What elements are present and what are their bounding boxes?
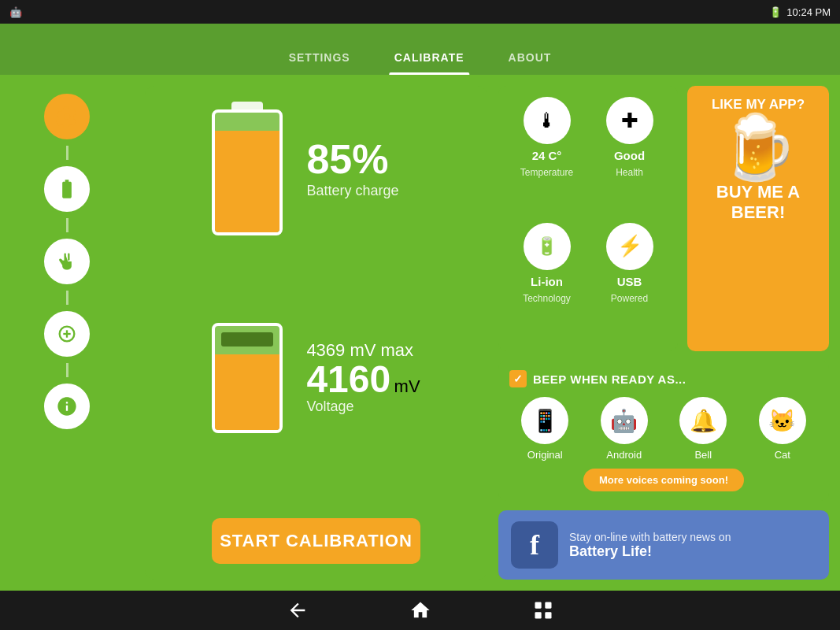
sound-android-icon: 🤖 <box>601 397 648 444</box>
facebook-icon: f <box>511 521 558 569</box>
voltage-body <box>212 323 283 433</box>
voltage-cap-inner <box>221 332 273 346</box>
sound-cat-icon: 🐱 <box>759 397 806 444</box>
home-button[interactable] <box>406 596 435 624</box>
sidebar-item-battery[interactable] <box>44 166 90 212</box>
sidebar-divider-3 <box>66 291 68 305</box>
sound-original-icon: 📱 <box>521 397 568 444</box>
android-icon: 🤖 <box>9 6 22 18</box>
battery-charging-icon: 🔋 <box>769 6 782 18</box>
tech-icon: 🔋 <box>524 223 571 270</box>
tab-calibrate[interactable]: CALIBRATE <box>372 40 487 75</box>
tab-about[interactable]: ABOUT <box>487 40 574 75</box>
battery-visual <box>212 102 283 235</box>
svg-rect-3 <box>535 602 541 609</box>
bottom-nav <box>0 591 840 630</box>
stat-technology: 🔋 Li-ion Technology <box>509 223 584 341</box>
right-panel: 🌡 24 C° Temperature ✚ Good Health 🔋 Li-i… <box>498 86 829 580</box>
back-button[interactable] <box>283 596 312 624</box>
promo-cta: BUY ME A BEER! <box>700 182 816 223</box>
battery-label: Battery charge <box>306 183 398 199</box>
powered-value: USB <box>617 275 642 288</box>
sidebar-item-info[interactable] <box>44 384 90 429</box>
sound-cat[interactable]: 🐱 Cat <box>759 397 806 461</box>
more-voices-button[interactable]: More voices coming soon! <box>583 469 744 491</box>
tech-label: Technology <box>523 293 571 304</box>
temp-label: Temperature <box>520 167 573 178</box>
time: 10:24 PM <box>786 6 831 18</box>
beer-mug-icon: 🍺 <box>719 116 797 179</box>
voltage-label: Voltage <box>306 398 420 415</box>
beep-section: ✓ BEEP WHEN READY AS... 📱 Original 🤖 And… <box>498 361 829 501</box>
facebook-banner[interactable]: f Stay on-line with battery news on Batt… <box>498 510 829 580</box>
battery-fill <box>215 131 279 232</box>
sound-android-label: Android <box>606 449 642 461</box>
battery-body <box>212 109 283 235</box>
fb-description: Stay on-line with battery news on <box>569 531 731 543</box>
tech-value: Li-ion <box>531 275 563 288</box>
top-nav: SETTINGS CALIBRATE ABOUT <box>0 24 840 75</box>
temperature-icon: 🌡 <box>524 97 571 144</box>
voltage-value-row: 4160 mV <box>306 361 420 398</box>
stat-powered: ⚡ USB Powered <box>592 223 667 341</box>
stats-panel: 🌡 24 C° Temperature ✚ Good Health 🔋 Li-i… <box>498 86 678 351</box>
voltage-value: 4160 <box>306 358 390 400</box>
svg-rect-6 <box>545 612 551 618</box>
svg-rect-5 <box>535 612 541 618</box>
beep-sounds: 📱 Original 🤖 Android 🔔 Bell 🐱 Cat <box>509 397 818 461</box>
top-right: 🌡 24 C° Temperature ✚ Good Health 🔋 Li-i… <box>498 86 829 351</box>
sidebar-divider-2 <box>66 218 68 232</box>
recents-button[interactable] <box>529 596 557 624</box>
sidebar-item-tools[interactable] <box>44 311 90 357</box>
status-right: 🔋 10:24 PM <box>769 6 831 18</box>
stat-temperature: 🌡 24 C° Temperature <box>509 97 584 215</box>
facebook-text: Stay on-line with battery news on Batter… <box>569 531 731 560</box>
beep-title: BEEP WHEN READY AS... <box>533 372 686 386</box>
powered-label: Powered <box>611 293 648 304</box>
powered-icon: ⚡ <box>606 223 653 270</box>
sound-android[interactable]: 🤖 Android <box>601 397 648 461</box>
temp-value: 24 C° <box>532 149 562 162</box>
fb-app-name: Battery Life! <box>569 543 652 559</box>
beep-header: ✓ BEEP WHEN READY AS... <box>509 370 818 387</box>
sidebar <box>0 75 134 591</box>
sidebar-item-hand[interactable] <box>44 239 90 284</box>
beep-checkbox[interactable]: ✓ <box>509 370 527 387</box>
battery-section: 85% Battery charge <box>212 102 420 235</box>
main-layout: 85% Battery charge 4369 mV max <box>0 75 840 591</box>
voltage-section: 4369 mV max 4160 mV Voltage <box>212 323 420 433</box>
voltage-fill <box>215 354 279 429</box>
health-label: Health <box>616 167 643 178</box>
sidebar-divider-1 <box>66 146 68 160</box>
sound-original[interactable]: 📱 Original <box>521 397 568 461</box>
sidebar-divider-4 <box>66 363 68 377</box>
battery-info: 85% Battery charge <box>306 139 398 199</box>
sound-bell[interactable]: 🔔 Bell <box>679 397 727 461</box>
sidebar-item-settings[interactable] <box>44 94 90 139</box>
voltage-unit: mV <box>394 376 420 396</box>
start-calibration-button[interactable]: START CALIBRATION <box>212 518 420 564</box>
left-panel: 85% Battery charge 4369 mV max <box>145 86 487 580</box>
health-value: Good <box>614 149 645 162</box>
status-left: 🤖 <box>9 6 22 18</box>
voltage-visual <box>212 323 283 433</box>
battery-cap <box>231 102 263 109</box>
voltage-info: 4369 mV max 4160 mV Voltage <box>306 340 420 415</box>
health-icon: ✚ <box>606 97 653 144</box>
beer-promo[interactable]: LIKE MY APP? 🍺 BUY ME A BEER! <box>687 86 829 351</box>
sound-original-label: Original <box>527 449 563 461</box>
svg-rect-4 <box>545 602 551 609</box>
stat-health: ✚ Good Health <box>592 97 667 215</box>
battery-percent: 85% <box>306 139 398 180</box>
sound-cat-label: Cat <box>775 449 790 461</box>
left-panel-inner: 85% Battery charge 4369 mV max <box>212 102 420 564</box>
sound-bell-icon: 🔔 <box>679 397 727 444</box>
content-area: 85% Battery charge 4369 mV max <box>134 75 840 591</box>
status-bar: 🤖 🔋 10:24 PM <box>0 0 840 24</box>
promo-title: LIKE MY APP? <box>712 97 805 113</box>
sound-bell-label: Bell <box>694 449 712 461</box>
tab-settings[interactable]: SETTINGS <box>267 40 372 75</box>
